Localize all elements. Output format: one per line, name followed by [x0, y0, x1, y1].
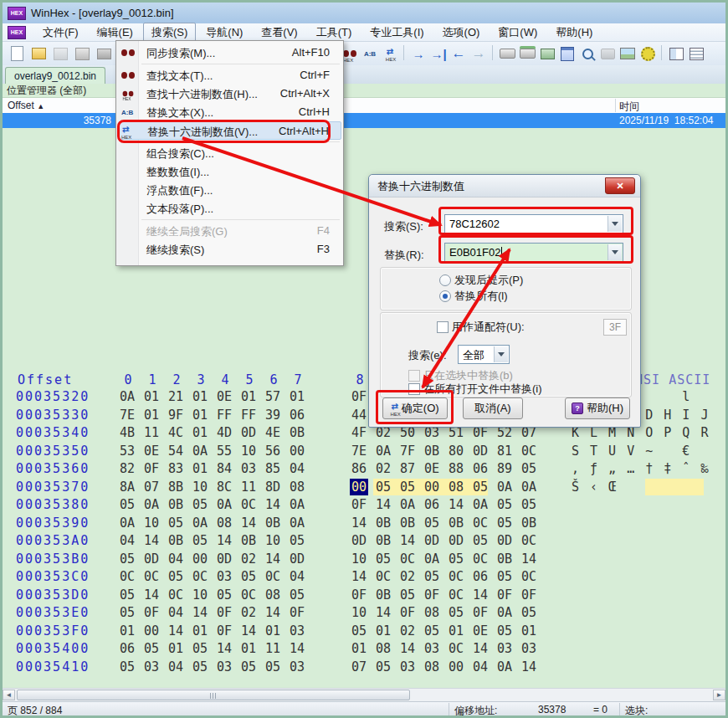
hex-byte[interactable]: FF	[217, 408, 232, 423]
hex-byte[interactable]: 05	[217, 587, 232, 603]
hex-byte[interactable]: 82	[120, 461, 135, 476]
hex-byte[interactable]: 0B	[521, 515, 536, 531]
hex-byte[interactable]: 0B	[376, 533, 391, 548]
hex-byte[interactable]: 14	[473, 641, 488, 656]
hex-byte[interactable]: 14	[265, 605, 280, 620]
hex-byte[interactable]: 05	[120, 659, 135, 674]
hex-byte[interactable]: 00	[290, 444, 305, 459]
hex-byte[interactable]: 14	[521, 551, 536, 567]
hex-byte[interactable]: 14	[473, 587, 488, 603]
hex-byte[interactable]: 04	[168, 605, 183, 620]
hex-byte[interactable]: 05	[424, 515, 439, 531]
hex-byte[interactable]: 14	[449, 497, 464, 512]
hex-byte[interactable]: 21	[168, 389, 183, 404]
hex-byte[interactable]: 07	[144, 480, 159, 495]
menubar-item[interactable]: 专业工具(I)	[361, 23, 432, 43]
hex-byte[interactable]: 14	[217, 641, 232, 656]
menu-item-V[interactable]: ⇄替换十六进制数值(V)...Ctrl+Alt+H	[118, 121, 341, 140]
column-header-offset[interactable]: Offset ▲	[8, 100, 44, 111]
hex-byte[interactable]: 10	[265, 533, 280, 548]
gallery-icon[interactable]	[618, 44, 637, 63]
hex-byte[interactable]: 89	[497, 461, 512, 476]
hex-byte[interactable]: 0E	[473, 623, 488, 639]
hex-byte[interactable]: 08	[265, 587, 280, 603]
ascii-column[interactable]	[572, 605, 720, 620]
hex-byte[interactable]: 05	[290, 533, 305, 548]
hex-byte[interactable]: 0A	[424, 551, 439, 567]
hex-byte[interactable]: 0A	[120, 515, 135, 531]
menubar-item[interactable]: 搜索(S)	[143, 23, 196, 43]
hex-byte[interactable]: 0F	[217, 605, 232, 620]
magnifier-icon[interactable]	[578, 44, 597, 63]
hex-byte[interactable]: 06	[424, 497, 439, 512]
hex-byte[interactable]: 0B	[376, 587, 391, 603]
hex-byte[interactable]: 0C	[241, 497, 256, 512]
hex-byte[interactable]: 14	[241, 515, 256, 531]
scrollbar-thumb[interactable]	[17, 690, 410, 700]
back-icon[interactable]: ←	[449, 44, 468, 63]
hex-byte[interactable]: 0C	[400, 551, 415, 567]
menubar-item[interactable]: 帮助(H)	[547, 23, 601, 43]
hex-byte[interactable]: 01	[449, 623, 464, 639]
hex-byte[interactable]: 0B	[168, 533, 183, 548]
clone-disk-icon[interactable]	[518, 44, 536, 63]
hex-byte[interactable]: 0B	[168, 497, 183, 512]
close-icon[interactable]: ✕	[605, 177, 635, 194]
hex-byte[interactable]: 14	[241, 623, 256, 639]
hex-byte[interactable]: 02	[400, 623, 415, 639]
hex-byte[interactable]: 4F	[351, 425, 367, 440]
hex-byte[interactable]: 0D	[144, 551, 159, 567]
hex-byte[interactable]: 00	[144, 623, 159, 639]
hex-byte[interactable]: 06	[120, 641, 135, 656]
menubar-item[interactable]: 窗口(W)	[490, 23, 546, 43]
ascii-column[interactable]	[572, 497, 720, 512]
hex-byte[interactable]: 05	[168, 515, 183, 531]
hex-byte[interactable]: 86	[351, 461, 367, 476]
hex-byte[interactable]: 02	[241, 605, 256, 620]
hex-byte[interactable]: 04	[120, 533, 135, 548]
hex-byte[interactable]: 7F	[400, 444, 415, 459]
hex-byte[interactable]: 0C	[473, 551, 488, 567]
hex-byte[interactable]: 05	[400, 587, 415, 603]
hex-byte[interactable]: 0B	[376, 515, 391, 531]
hex-byte[interactable]: 0C	[521, 444, 536, 459]
search-value-combobox[interactable]: 78C12602	[444, 214, 623, 233]
hex-byte[interactable]: 0C	[376, 569, 391, 584]
hex-byte[interactable]: 0D	[290, 551, 305, 567]
hex-byte[interactable]: 0F	[521, 587, 536, 603]
hex-byte[interactable]: 05	[473, 533, 488, 548]
hex-byte[interactable]: 0B	[449, 515, 464, 531]
hex-byte[interactable]: 0A	[521, 480, 536, 495]
hex-byte[interactable]: 0F	[144, 605, 159, 620]
hex-byte[interactable]: 05	[424, 569, 439, 584]
menubar-item[interactable]: 工具(T)	[308, 23, 361, 43]
hex-byte[interactable]: 0B	[400, 515, 415, 531]
hex-byte[interactable]: 08	[449, 480, 464, 495]
cancel-button[interactable]: 取消(A)	[463, 397, 523, 419]
menu-item-T[interactable]: 查找文本(T)...Ctrl+F	[118, 66, 341, 85]
hex-byte[interactable]: 0C	[144, 569, 159, 584]
hex-byte[interactable]: 01	[192, 408, 208, 423]
hex-byte[interactable]: 83	[168, 461, 183, 476]
hex-byte[interactable]: 0B	[241, 533, 256, 548]
hex-byte[interactable]: 05	[192, 641, 208, 656]
column-header-time[interactable]: 时间	[619, 100, 639, 114]
ascii-column[interactable]: ‚ ƒ „ … † ‡ ˆ ‰	[572, 461, 720, 476]
hex-byte[interactable]: 03	[290, 659, 305, 674]
hex-byte[interactable]: 05	[120, 497, 135, 512]
hex-byte[interactable]: 14	[265, 497, 280, 512]
hex-byte[interactable]: 10	[192, 587, 208, 603]
calculator-icon[interactable]	[558, 44, 577, 63]
hex-byte[interactable]: 06	[473, 461, 488, 476]
hex-byte[interactable]: 03	[424, 641, 439, 656]
hex-byte[interactable]: 01	[376, 623, 391, 639]
goto-offset-icon[interactable]: →	[409, 44, 428, 63]
hex-byte[interactable]: 01	[192, 389, 208, 404]
menubar-item[interactable]: 文件(F)	[34, 23, 87, 43]
hex-byte[interactable]: 8C	[217, 480, 232, 495]
hex-byte[interactable]: 03	[217, 659, 232, 674]
hex-byte[interactable]: 05	[265, 659, 280, 674]
wildcard-checkbox[interactable]	[437, 321, 449, 333]
hex-byte[interactable]: 0A	[400, 497, 415, 512]
hex-byte[interactable]: 9F	[168, 408, 183, 423]
